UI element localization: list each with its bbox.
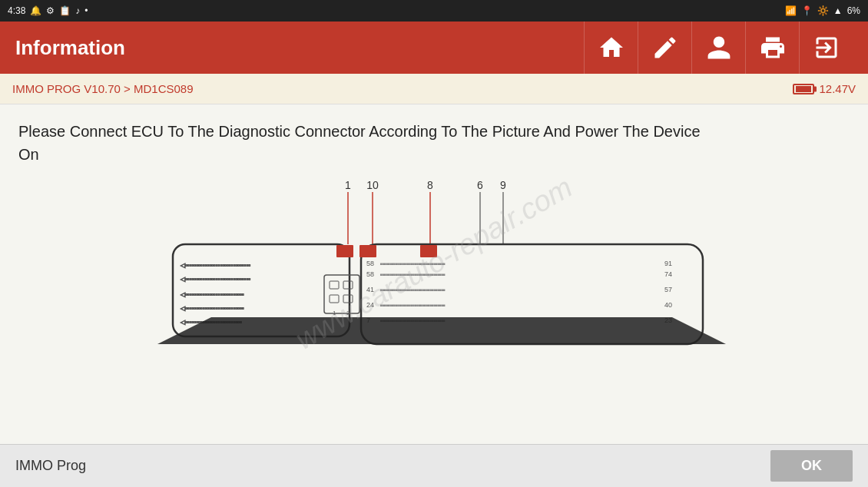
status-bar: 4:38 🔔 ⚙ 📋 ♪ • 📶 📍 🔆 ▲ 6% (0, 0, 868, 22)
diagram-area: www.carauto-repair.com 1 10 8 6 9 ◁▫▫▫▫▫… (18, 175, 850, 352)
svg-rect-35 (324, 275, 359, 313)
svg-text:1: 1 (345, 179, 351, 191)
svg-text:1: 1 (333, 310, 336, 316)
svg-text:▫▫▫▫▫▫▫▫▫▫▫▫▫▫▫▫▫▫▫▫▫▫▫▫▫▫▫▫▫▫: ▫▫▫▫▫▫▫▫▫▫▫▫▫▫▫▫▫▫▫▫▫▫▫▫▫▫▫▫▫▫▫▫▫▫ (380, 303, 445, 308)
svg-rect-17 (336, 245, 353, 257)
svg-text:6: 6 (477, 179, 483, 191)
notification-icon: 🔔 (30, 5, 41, 16)
instruction-line2: On (18, 146, 39, 163)
location-icon: 📍 (801, 5, 813, 16)
battery-status: 6% (847, 5, 860, 16)
battery-info: 12.47V (793, 82, 856, 95)
settings-icon: ⚙ (46, 5, 55, 16)
svg-text:10: 10 (366, 179, 379, 191)
breadcrumb-bar: IMMO PROG V10.70 > MD1CS089 12.47V (0, 74, 868, 104)
ok-button[interactable]: OK (770, 450, 853, 482)
clipboard-icon: 📋 (59, 5, 71, 16)
svg-text:◁▫▫▫▫▫▫▫▫▫▫▫▫▫▫▫▫▫▫▫▫▫▫▫▫▫▫▫▫▫: ◁▫▫▫▫▫▫▫▫▫▫▫▫▫▫▫▫▫▫▫▫▫▫▫▫▫▫▫▫▫▫ (181, 276, 250, 283)
status-left: 4:38 🔔 ⚙ 📋 ♪ • (8, 5, 88, 16)
svg-rect-37 (343, 281, 353, 289)
svg-text:◁▫▫▫▫▫▫▫▫▫▫▫▫▫▫▫▫▫▫▫▫▫▫▫▫▫▫▫: ◁▫▫▫▫▫▫▫▫▫▫▫▫▫▫▫▫▫▫▫▫▫▫▫▫▫▫▫ (181, 291, 244, 298)
svg-text:41: 41 (366, 286, 374, 293)
svg-text:9: 9 (500, 179, 506, 191)
svg-text:◁▫▫▫▫▫▫▫▫▫▫▫▫▫▫▫▫▫▫▫▫▫▫▫▫▫▫▫: ◁▫▫▫▫▫▫▫▫▫▫▫▫▫▫▫▫▫▫▫▫▫▫▫▫▫▫▫ (181, 305, 244, 312)
svg-rect-19 (420, 245, 437, 257)
svg-rect-36 (330, 281, 339, 289)
instruction-line1: Please Connect ECU To The Diagnostic Con… (18, 123, 701, 140)
header: Information (0, 22, 868, 74)
header-icons (584, 22, 853, 74)
footer: IMMO Prog OK (0, 444, 868, 487)
network-icon: ▲ (833, 5, 843, 16)
svg-text:▫▫▫▫▫▫▫▫▫▫▫▫▫▫▫▫▫▫▫▫▫▫▫▫▫▫▫▫▫▫: ▫▫▫▫▫▫▫▫▫▫▫▫▫▫▫▫▫▫▫▫▫▫▫▫▫▫▫▫▫▫▫▫▫▫ (380, 287, 445, 293)
print-button[interactable] (745, 22, 799, 74)
audio-icon: ♪ (75, 5, 80, 16)
voltage-value: 12.47V (819, 82, 856, 95)
status-right: 📶 📍 🔆 ▲ 6% (785, 5, 860, 16)
svg-text:58: 58 (366, 270, 374, 278)
dot-indicator: • (84, 5, 88, 16)
wifi-icon: 📶 (785, 5, 797, 16)
main-content: Please Connect ECU To The Diagnostic Con… (0, 104, 868, 444)
user-button[interactable] (691, 22, 745, 74)
svg-text:▫▫▫▫▫▫▫▫▫▫▫▫▫▫▫▫▫▫▫▫▫▫▫▫▫▫▫▫▫▫: ▫▫▫▫▫▫▫▫▫▫▫▫▫▫▫▫▫▫▫▫▫▫▫▫▫▫▫▫▫▫▫▫▫▫ (380, 261, 445, 267)
svg-text:40: 40 (664, 301, 672, 309)
battery-icon (793, 84, 814, 94)
svg-rect-38 (330, 295, 339, 303)
svg-marker-42 (157, 317, 726, 344)
svg-text:◁▫▫▫▫▫▫▫▫▫▫▫▫▫▫▫▫▫▫▫▫▫▫▫▫▫▫▫▫▫: ◁▫▫▫▫▫▫▫▫▫▫▫▫▫▫▫▫▫▫▫▫▫▫▫▫▫▫▫▫▫▫ (181, 262, 250, 269)
svg-text:74: 74 (664, 270, 672, 278)
exit-button[interactable] (799, 22, 853, 74)
breadcrumb: IMMO PROG V10.70 > MD1CS089 (12, 82, 194, 95)
footer-label: IMMO Prog (15, 458, 86, 474)
svg-text:8: 8 (427, 179, 433, 191)
edit-button[interactable] (638, 22, 691, 74)
connector-diagram: 1 10 8 6 9 ◁▫▫▫▫▫▫▫▫▫▫▫▫▫▫▫▫▫▫▫▫▫▫▫▫▫▫▫▫… (134, 175, 734, 352)
svg-text:57: 57 (664, 286, 672, 293)
svg-text:2: 2 (346, 310, 350, 316)
time: 4:38 (8, 5, 25, 16)
instruction-text: Please Connect ECU To The Diagnostic Con… (18, 120, 850, 166)
svg-rect-18 (359, 245, 376, 257)
svg-text:58: 58 (366, 260, 374, 267)
svg-rect-39 (343, 295, 353, 303)
svg-text:91: 91 (664, 260, 672, 267)
home-button[interactable] (584, 22, 638, 74)
svg-text:▫▫▫▫▫▫▫▫▫▫▫▫▫▫▫▫▫▫▫▫▫▫▫▫▫▫▫▫▫▫: ▫▫▫▫▫▫▫▫▫▫▫▫▫▫▫▫▫▫▫▫▫▫▫▫▫▫▫▫▫▫▫▫▫▫ (380, 272, 445, 277)
page-title: Information (15, 36, 584, 60)
brightness-icon: 🔆 (817, 5, 829, 16)
svg-text:24: 24 (366, 301, 374, 309)
